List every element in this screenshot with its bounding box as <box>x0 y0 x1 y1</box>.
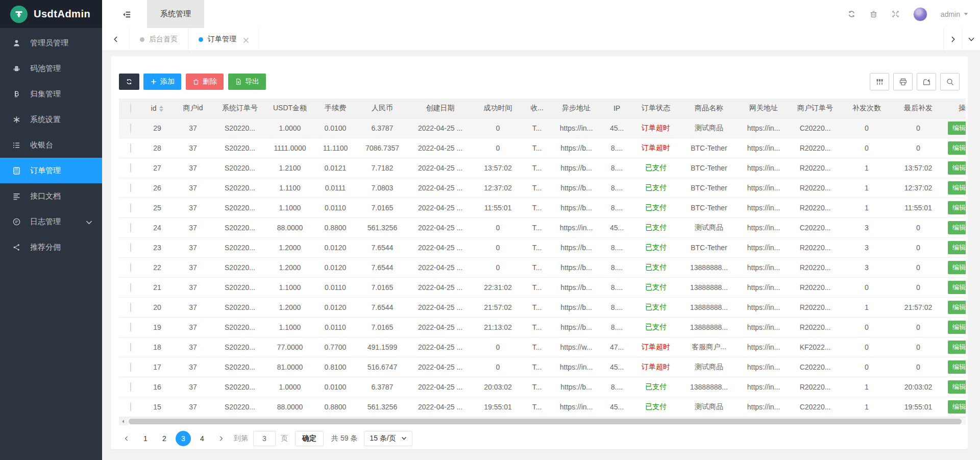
sidebar-item-6[interactable]: 接口文档 <box>0 183 102 209</box>
row-checkbox-cell <box>119 198 142 217</box>
row-checkbox[interactable] <box>130 362 131 372</box>
sidebar-item-5[interactable]: 订单管理 <box>0 158 102 183</box>
export-button[interactable]: 导出 <box>228 74 266 90</box>
cell-recv: T... <box>523 198 551 217</box>
prev-page-icon[interactable] <box>119 431 134 446</box>
row-checkbox[interactable] <box>130 263 131 272</box>
row-checkbox[interactable] <box>130 143 131 153</box>
search-icon-button[interactable] <box>940 73 960 90</box>
per-page-select[interactable]: 15 条/页 <box>364 431 412 446</box>
edit-button[interactable]: 编辑 <box>948 181 966 195</box>
row-checkbox[interactable] <box>130 163 131 173</box>
select-all-checkbox[interactable] <box>130 104 131 113</box>
column-header-10: IP <box>601 99 632 118</box>
tab-1[interactable]: 订单管理 <box>188 28 259 51</box>
edit-button[interactable]: 编辑 <box>948 221 966 234</box>
row-checkbox-cell <box>119 377 142 397</box>
tabs-scroll-left-icon[interactable] <box>102 28 130 51</box>
tabs-menu-icon[interactable] <box>962 28 980 51</box>
top-menu-tab-system[interactable]: 系统管理 <box>147 0 204 28</box>
column-header-17: 操... <box>945 99 966 118</box>
tab-0[interactable]: 后台首页 <box>130 28 188 51</box>
cell-paid_at: 0 <box>473 237 523 257</box>
table-row: 2437S20220...88.00000.8800561.32562022-0… <box>119 217 966 237</box>
edit-button[interactable]: 编辑 <box>948 161 966 175</box>
edit-button[interactable]: 编辑 <box>948 122 966 135</box>
column-header-8: 收... <box>523 99 551 118</box>
row-checkbox[interactable] <box>130 124 131 133</box>
sidebar-item-0[interactable]: 管理员管理 <box>0 30 102 56</box>
sidebar-item-8[interactable]: 推荐分佣 <box>0 234 102 260</box>
next-page-icon[interactable] <box>213 431 229 446</box>
page-number-3[interactable]: 3 <box>176 431 191 446</box>
cell-gateway: https://in... <box>739 397 789 417</box>
edit-button[interactable]: 编辑 <box>948 301 966 314</box>
columns-icon-button[interactable] <box>870 73 889 90</box>
cell-ip: 47... <box>601 337 632 357</box>
column-header-0[interactable]: id <box>142 99 173 118</box>
print-icon-button[interactable] <box>893 73 913 90</box>
edit-button[interactable]: 编辑 <box>948 341 966 354</box>
edit-button[interactable]: 编辑 <box>948 141 966 155</box>
delete-button[interactable]: 删除 <box>186 74 224 90</box>
cell-fee: 0.0120 <box>313 297 357 317</box>
edit-button[interactable]: 编辑 <box>948 201 966 214</box>
cell-usdt: 88.0000 <box>266 217 313 237</box>
add-button[interactable]: 添加 <box>143 74 181 90</box>
edit-button[interactable]: 编辑 <box>948 281 966 294</box>
row-checkbox[interactable] <box>130 183 131 192</box>
row-checkbox[interactable] <box>130 343 131 352</box>
cell-mid: 37 <box>173 217 213 237</box>
row-checkbox[interactable] <box>130 243 131 252</box>
row-checkbox[interactable] <box>130 402 131 411</box>
column-header-label: 成功时间 <box>484 104 512 112</box>
page-number-2[interactable]: 2 <box>157 431 172 446</box>
edit-button[interactable]: 编辑 <box>948 400 966 414</box>
avatar[interactable] <box>913 7 927 21</box>
row-checkbox[interactable] <box>130 223 131 232</box>
scrollbar-thumb[interactable] <box>129 419 962 424</box>
row-checkbox[interactable] <box>130 382 131 392</box>
cell-mid: 37 <box>173 198 213 217</box>
tabs-scroll-right-icon[interactable] <box>943 28 962 51</box>
cell-mid: 37 <box>173 297 213 317</box>
row-checkbox[interactable] <box>130 303 131 312</box>
row-checkbox[interactable] <box>130 283 131 292</box>
cell-cny: 6.3787 <box>357 118 407 138</box>
cell-product: 13888888... <box>679 297 739 317</box>
cell-status: 订单超时 <box>632 357 679 377</box>
horizontal-scrollbar[interactable] <box>119 417 966 425</box>
sidebar-item-7[interactable]: 日志管理 <box>0 209 102 234</box>
scroll-left-arrow-icon[interactable] <box>119 418 128 425</box>
collapse-menu-icon[interactable] <box>119 7 134 21</box>
share-icon <box>12 243 21 252</box>
confirm-button[interactable]: 确定 <box>295 431 324 446</box>
close-icon[interactable] <box>242 36 248 42</box>
sidebar-item-4[interactable]: 收银台 <box>0 132 102 158</box>
cell-ip: 8.... <box>601 317 632 337</box>
sidebar-item-2[interactable]: 归集管理 <box>0 81 102 107</box>
edit-button[interactable]: 编辑 <box>948 241 966 254</box>
export-file-icon-button[interactable] <box>917 73 936 90</box>
page-number-4[interactable]: 4 <box>194 431 210 446</box>
edit-button[interactable]: 编辑 <box>948 380 966 394</box>
user-menu[interactable]: admin <box>941 10 969 18</box>
cell-morder: R20220... <box>789 297 842 317</box>
sidebar-item-1[interactable]: 码池管理 <box>0 56 102 81</box>
page-number-1[interactable]: 1 <box>138 431 153 446</box>
refresh-icon[interactable] <box>847 10 856 18</box>
app-title: UsdtAdmin <box>34 8 90 20</box>
cell-cny: 7.6544 <box>357 257 407 277</box>
edit-button[interactable]: 编辑 <box>948 321 966 334</box>
cell-last: 0 <box>892 237 945 257</box>
refresh-button[interactable] <box>119 74 139 90</box>
edit-button[interactable]: 编辑 <box>948 261 966 274</box>
row-checkbox[interactable] <box>130 323 131 332</box>
sort-icon[interactable] <box>159 106 163 112</box>
fullscreen-icon[interactable] <box>891 10 900 18</box>
trash-icon[interactable] <box>869 10 878 18</box>
row-checkbox[interactable] <box>130 203 131 212</box>
edit-button[interactable]: 编辑 <box>948 360 966 374</box>
sidebar-item-3[interactable]: 系统设置 <box>0 107 102 132</box>
goto-page-input[interactable] <box>253 431 276 446</box>
